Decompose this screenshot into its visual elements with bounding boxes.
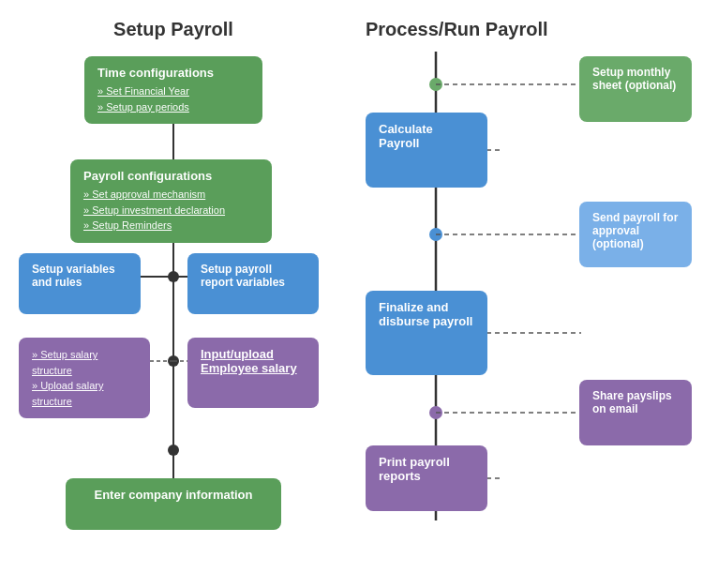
time-config-box: Time configurations » Set Financial Year… bbox=[84, 56, 262, 124]
report-vars-box: Setup payroll report variables bbox=[187, 253, 319, 314]
salary-item2: » Upload salary structure bbox=[32, 378, 137, 409]
calculate-payroll-box: Calculate Payroll bbox=[366, 113, 487, 188]
send-approval-title: Send payroll for approval (optional) bbox=[592, 211, 679, 250]
time-config-item2: » Setup pay periods bbox=[97, 99, 249, 115]
finalize-box: Finalize and disburse payroll bbox=[366, 291, 487, 375]
company-info-box: Enter company information bbox=[66, 478, 281, 530]
left-panel: Setup Payroll bbox=[0, 0, 347, 588]
share-payslips-title: Share payslips on email bbox=[592, 389, 679, 415]
payroll-config-title: Payroll configurations bbox=[83, 169, 259, 183]
salary-item1: » Setup salary structure bbox=[32, 347, 137, 378]
print-reports-box: Print payroll reports bbox=[366, 445, 487, 511]
setup-payroll-title: Setup Payroll bbox=[0, 19, 347, 40]
setup-monthly-box: Setup monthly sheet (optional) bbox=[579, 56, 692, 122]
input-upload-title: Input/upload Employee salary bbox=[201, 347, 306, 375]
payroll-config-item3: » Setup Reminders bbox=[83, 218, 259, 234]
main-container: Setup Payroll bbox=[0, 0, 703, 588]
print-reports-title: Print payroll reports bbox=[379, 455, 474, 483]
finalize-title: Finalize and disburse payroll bbox=[379, 300, 474, 328]
right-panel: Process/Run Payroll C bbox=[347, 0, 703, 588]
svg-point-6 bbox=[168, 355, 179, 367]
setup-monthly-title: Setup monthly sheet (optional) bbox=[592, 66, 679, 92]
setup-vars-box: Setup variables and rules bbox=[19, 253, 141, 314]
svg-point-19 bbox=[429, 406, 442, 419]
salary-structure-box: » Setup salary structure » Upload salary… bbox=[19, 338, 150, 418]
svg-point-13 bbox=[429, 78, 442, 91]
payroll-config-item2: » Setup investment declaration bbox=[83, 203, 259, 219]
send-approval-box: Send payroll for approval (optional) bbox=[579, 202, 692, 267]
report-vars-title: Setup payroll report variables bbox=[201, 263, 306, 289]
time-config-item1: » Set Financial Year bbox=[97, 83, 249, 99]
calculate-title: Calculate Payroll bbox=[379, 122, 474, 150]
svg-point-9 bbox=[168, 445, 179, 456]
setup-vars-title: Setup variables and rules bbox=[32, 263, 127, 289]
process-payroll-title: Process/Run Payroll bbox=[347, 19, 703, 40]
share-payslips-box: Share payslips on email bbox=[579, 380, 692, 445]
payroll-config-item1: » Set approval mechanism bbox=[83, 187, 259, 203]
company-info-title: Enter company information bbox=[79, 488, 268, 502]
svg-point-3 bbox=[168, 271, 179, 282]
time-config-title: Time configurations bbox=[97, 66, 249, 80]
svg-point-15 bbox=[429, 228, 442, 241]
input-upload-box: Input/upload Employee salary bbox=[187, 338, 319, 408]
payroll-config-box: Payroll configurations » Set approval me… bbox=[70, 159, 272, 243]
